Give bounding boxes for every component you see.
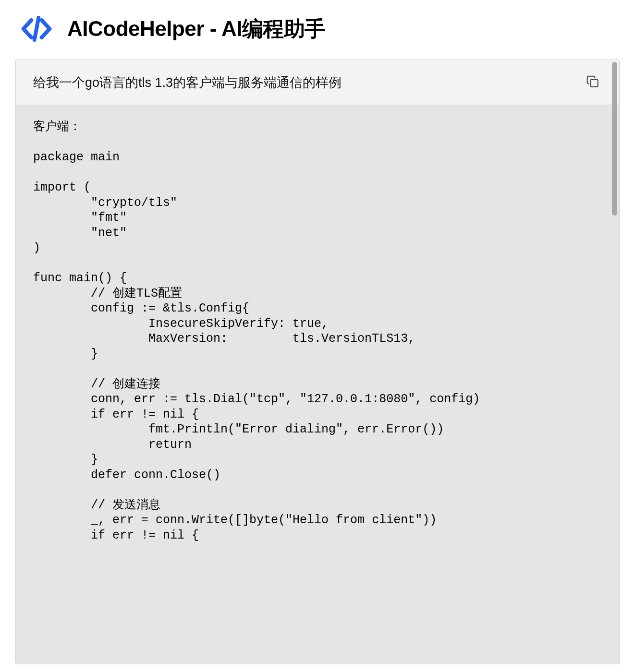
card-header: 给我一个go语言的tls 1.3的客户端与服务端通信的样例 [16,60,619,105]
code-brackets-icon [19,12,54,46]
scrollbar[interactable] [612,62,617,662]
copy-icon [586,74,600,90]
app-title: AICodeHelper - AI编程助手 [67,15,326,43]
scrollbar-thumb[interactable] [612,62,617,216]
code-card: 给我一个go语言的tls 1.3的客户端与服务端通信的样例 客户端： packa… [15,60,620,664]
response-body: 客户端： package main import ( "crypto/tls" … [16,105,619,557]
svg-rect-1 [591,80,598,87]
prompt-text: 给我一个go语言的tls 1.3的客户端与服务端通信的样例 [33,74,342,91]
svg-line-0 [35,18,39,40]
app-header: AICodeHelper - AI编程助手 [0,0,635,60]
copy-button[interactable] [584,72,602,92]
